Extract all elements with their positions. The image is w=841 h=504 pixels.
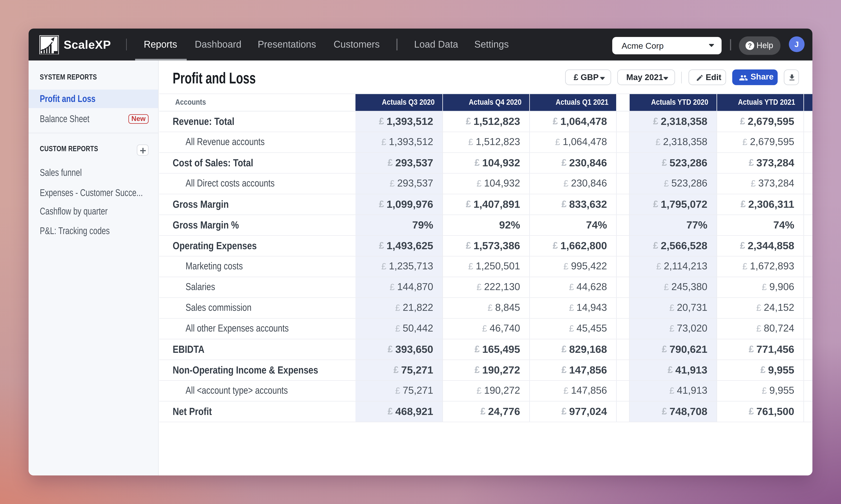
svg-text:?: ?	[748, 42, 752, 49]
